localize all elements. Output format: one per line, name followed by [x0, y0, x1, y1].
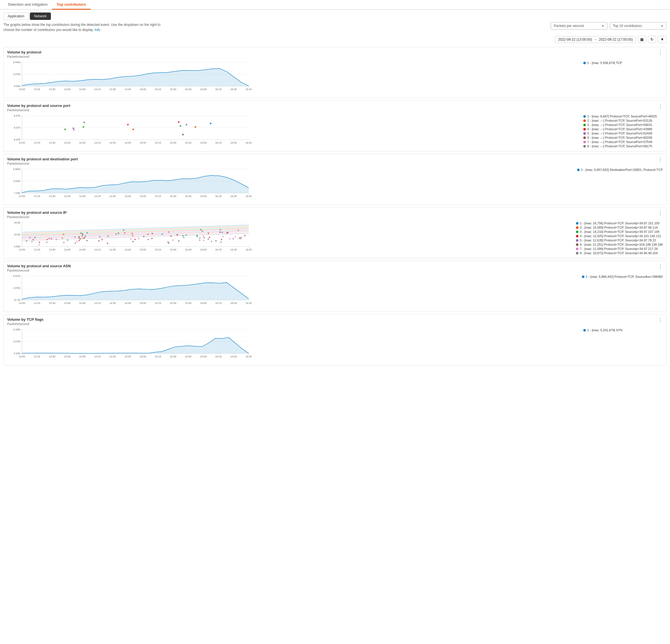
- svg-point-228: [107, 242, 108, 244]
- svg-point-244: [229, 238, 230, 239]
- svg-point-248: [220, 241, 222, 243]
- svg-text:14:45: 14:45: [124, 355, 131, 358]
- legend-item: 8 - [max: 10,872] Protocol=TCP, SourceIp…: [576, 251, 663, 255]
- chart-panel-protocol_src_asn: Volume by protocol and source ASN Packet…: [3, 261, 667, 312]
- svg-point-212: [241, 237, 242, 238]
- sub-tab-network[interactable]: Network: [30, 13, 51, 20]
- sub-tab-application[interactable]: Application: [3, 13, 29, 20]
- svg-point-198: [39, 242, 40, 243]
- svg-text:13:30: 13:30: [49, 248, 55, 251]
- info-link[interactable]: Info: [95, 28, 100, 32]
- charts-container: Volume by protocol Packets/second ⋮ 5.94…: [0, 47, 670, 365]
- legend-item: 4 - [max: 12,925] Protocol=TCP, SourceIp…: [576, 234, 663, 238]
- svg-text:14:15: 14:15: [94, 88, 101, 91]
- legend-item: 7 - [max: 11,099] Protocol=TCP, SourceIp…: [576, 247, 663, 250]
- svg-point-237: [222, 236, 224, 237]
- chart-panel-tcp_flags: Volume by TCP flags Packets/second ⋮ 5.3…: [3, 314, 667, 365]
- tab-contributors[interactable]: Top contributors: [52, 0, 90, 10]
- svg-point-191: [209, 237, 210, 238]
- chart-title-protocol_dst_port: Volume by protocol and destination port: [7, 157, 663, 161]
- svg-text:13:00: 13:00: [19, 302, 25, 304]
- svg-point-235: [77, 241, 78, 242]
- legend-item: 8 - [max: ---] Protocol=TCP, SourcePort=…: [583, 144, 663, 148]
- metric-dropdown[interactable]: Packets per second ▼: [551, 22, 607, 29]
- svg-text:13:15: 13:15: [34, 195, 40, 198]
- chart-area-protocol_src_asn: 5.87M2.97M67.2k13:0013:1513:3013:4514:00…: [7, 274, 663, 309]
- chart-menu-protocol[interactable]: ⋮: [658, 50, 663, 55]
- calendar-button[interactable]: ▦: [638, 36, 646, 43]
- chart-title-protocol: Volume by protocol: [7, 50, 663, 54]
- svg-point-194: [208, 233, 209, 234]
- svg-text:16:15: 16:15: [215, 88, 222, 91]
- legend-dot: [576, 244, 578, 246]
- svg-text:13:30: 13:30: [49, 195, 55, 198]
- chart-menu-tcp_flags[interactable]: ⋮: [658, 317, 663, 323]
- svg-text:5.33M: 5.33M: [13, 328, 20, 331]
- svg-text:16:30: 16:30: [230, 195, 237, 198]
- svg-text:10.5k: 10.5k: [14, 233, 21, 236]
- description-text: The graphs below show the top contributo…: [3, 23, 160, 32]
- svg-text:16:15: 16:15: [215, 195, 222, 198]
- legend-label: 1 - [max: 5,936,674] TCP: [587, 61, 622, 65]
- svg-text:9.00k: 9.00k: [14, 85, 21, 88]
- legend-item: 1 - [max: 5,857,832] DestinationPort=200…: [577, 168, 663, 171]
- svg-text:16:45: 16:45: [245, 195, 252, 198]
- refresh-button[interactable]: ↻: [648, 36, 656, 43]
- svg-text:16:45: 16:45: [245, 248, 252, 251]
- svg-point-65: [73, 129, 75, 131]
- legend-item: 7 - [max: ---] Protocol=TCP, SourcePort=…: [583, 140, 663, 144]
- svg-point-226: [151, 238, 153, 239]
- svg-text:15:00: 15:00: [139, 141, 146, 144]
- legend-item: 3 - [max: 14,216] Protocol=TCP, SourceIp…: [576, 230, 663, 234]
- metric-caret: ▼: [602, 24, 604, 28]
- chart-subtitle-protocol_dst_port: Packets/second: [7, 162, 663, 165]
- chart-subtitle-tcp_flags: Packets/second: [7, 322, 663, 326]
- svg-text:14:00: 14:00: [79, 88, 86, 91]
- svg-text:16:30: 16:30: [230, 88, 237, 91]
- svg-text:15:45: 15:45: [185, 248, 191, 251]
- svg-text:15:45: 15:45: [185, 355, 191, 358]
- legend-item: 6 - [max: 11,251] Protocol=TCP, SourceIp…: [576, 243, 663, 246]
- legend-item: 1 - [max: 5,331,679] SYN: [583, 328, 663, 332]
- svg-text:13:45: 13:45: [64, 302, 70, 304]
- svg-point-243: [138, 238, 139, 239]
- chart-menu-protocol_src_port[interactable]: ⋮: [658, 104, 663, 109]
- date-range-selector[interactable]: 2022-08-22 (13:00:00) → 2022-08-22 (17:0…: [555, 36, 636, 43]
- legend-dot: [583, 124, 586, 126]
- chart-menu-protocol_src_asn[interactable]: ⋮: [658, 264, 663, 269]
- chart-menu-protocol_dst_port[interactable]: ⋮: [658, 157, 663, 162]
- date-arrow: →: [594, 38, 597, 41]
- options-button[interactable]: ▼: [658, 36, 667, 43]
- svg-text:14:30: 14:30: [109, 88, 116, 91]
- svg-text:15:45: 15:45: [185, 88, 191, 91]
- svg-text:14:00: 14:00: [79, 248, 86, 251]
- chart-title-tcp_flags: Volume by TCP flags: [7, 317, 663, 321]
- date-bar: 2022-08-22 (13:00:00) → 2022-08-22 (17:0…: [0, 34, 670, 45]
- svg-text:14:30: 14:30: [109, 141, 116, 144]
- chart-area-protocol_src_port: 8.67k8.67k8.67k13:0013:1513:3013:4514:00…: [7, 114, 663, 148]
- contributors-dropdown[interactable]: Top 10 contributors ▼: [610, 22, 667, 29]
- svg-text:15:00: 15:00: [139, 88, 146, 91]
- legend-dot: [583, 136, 586, 139]
- legend-dot: [583, 141, 586, 143]
- svg-text:16:00: 16:00: [200, 248, 207, 251]
- svg-point-221: [86, 240, 88, 241]
- chart-menu-protocol_src_ip[interactable]: ⋮: [658, 210, 663, 215]
- svg-point-254: [75, 242, 76, 244]
- svg-text:5.94M: 5.94M: [13, 61, 20, 64]
- svg-text:2.67M: 2.67M: [13, 340, 20, 343]
- svg-point-153: [182, 235, 184, 237]
- sub-tabs: Application Network: [0, 10, 670, 20]
- chart-area-protocol: 5.94M2.97M9.00k13:0013:1513:3013:4514:00…: [7, 60, 663, 95]
- legend-item: 2 - [max: 15,069] Protocol=TCP, SourceIp…: [576, 226, 663, 229]
- legend-label: 5 - [max: ---] Protocol=TCP, SourcePort=…: [587, 132, 652, 135]
- legend-label: 1 - [max: 16,756] Protocol=TCP, SourceIp…: [580, 222, 659, 225]
- chart-subtitle-protocol: Packets/second: [7, 55, 663, 58]
- legend-dot: [583, 119, 586, 122]
- svg-text:16:30: 16:30: [230, 141, 237, 144]
- svg-point-251: [240, 238, 242, 239]
- tab-detection[interactable]: Detection and mitigation: [3, 0, 52, 10]
- contributors-value: Top 10 contributors: [613, 24, 642, 28]
- svg-point-214: [63, 242, 65, 243]
- svg-text:16:00: 16:00: [200, 195, 207, 198]
